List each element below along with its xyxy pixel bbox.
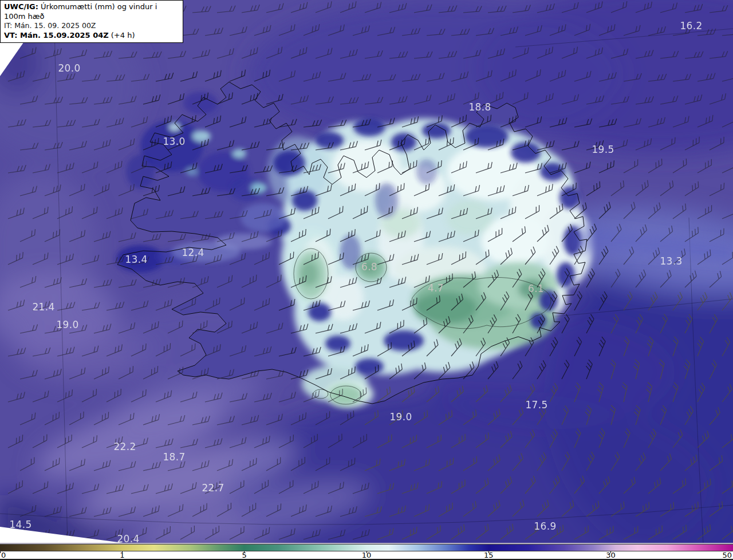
map-value-label: 22.2 [113, 441, 136, 452]
colorbar-tickmark [0, 551, 1, 553]
map-value-label: 13.0 [163, 136, 185, 147]
map-value-label: 16.9 [534, 520, 556, 532]
map-value-label: 16.2 [680, 20, 702, 31]
colorbar-tick-labels: 01510153050 [0, 551, 733, 560]
map-value-label: 17.5 [525, 399, 547, 411]
map-value-label: 20.0 [58, 62, 80, 74]
colorbar-tick-50: 50 [722, 551, 732, 559]
map-value-label: 13.4 [125, 254, 147, 265]
map-value-label: 18.8 [468, 101, 491, 113]
map-value-label: 19.5 [592, 144, 614, 155]
weather-map-frame: 16.220.018.813.019.512.413.413.36.84.76.… [0, 0, 733, 560]
map-value-label: 21.4 [32, 301, 54, 313]
colorbar-tickmark [366, 551, 367, 553]
init-time: IT: Mán. 15. 09. 2025 00Z [4, 21, 179, 31]
valid-time: VT: Mán. 15.09.2025 04Z (+4 h) [4, 31, 179, 41]
colorbar-tickmark [488, 551, 489, 553]
map-value-label: 6.1 [528, 283, 544, 294]
colorbar-tickmark [610, 551, 611, 553]
colorbar-tickmark [122, 551, 123, 553]
product-title: UWC/IG: Úrkomumætti (mm) og vindur i 100… [4, 2, 179, 21]
title-box: UWC/IG: Úrkomumætti (mm) og vindur i 100… [0, 0, 183, 43]
map-value-label: 13.3 [660, 255, 682, 267]
map-value-label: 19.0 [389, 411, 412, 423]
map-value-label: 6.8 [361, 261, 377, 273]
map-value-label: 12.4 [182, 247, 204, 258]
map-value-label: 19.0 [56, 319, 78, 330]
colorbar-tickmark [244, 551, 245, 553]
map-value-label: 22.7 [202, 482, 224, 494]
colorbar: 01510153050 [0, 543, 733, 560]
colorbar-tick-0: 0 [1, 551, 6, 559]
map-value-label: 18.7 [163, 451, 185, 463]
map-value-label: 14.5 [9, 519, 31, 530]
map-value-label: 4.7 [428, 282, 444, 294]
